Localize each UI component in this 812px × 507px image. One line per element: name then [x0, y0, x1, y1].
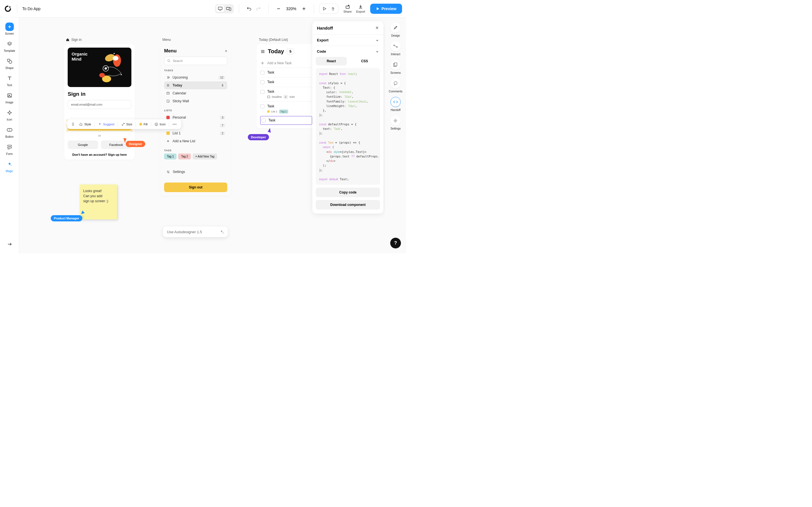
google-button[interactable]: Google [68, 140, 98, 149]
tool-magic[interactable]: Magic [1, 159, 18, 174]
signup-link[interactable]: Don't have an account? Sign up here [68, 153, 132, 156]
more-button[interactable] [171, 122, 178, 126]
task-row[interactable]: Task Deadline 2 Subt [260, 87, 312, 102]
hand-tool-button[interactable] [329, 5, 337, 12]
artboard-label-menu[interactable]: Menu [162, 38, 171, 42]
artboard-signin[interactable]: Organic Mind Sign in email.email@mail.co… [64, 44, 135, 160]
export-section[interactable]: Export [312, 35, 384, 46]
color-swatch [166, 131, 170, 135]
artboard-label-today[interactable]: Today (Default List) [259, 38, 288, 42]
desktop-device-button[interactable] [216, 5, 224, 12]
preview-button[interactable]: Preview [370, 4, 402, 14]
tool-screen[interactable]: Screen [1, 21, 18, 36]
download-component-button[interactable]: Download component [316, 200, 380, 210]
menu-item-sticky-wall[interactable]: Sticky Wall [164, 97, 227, 105]
today-title: Today [268, 48, 284, 55]
tool-image[interactable]: Image [1, 90, 18, 105]
task-row[interactable]: Task List 1 Tag 1 [260, 102, 312, 116]
checkbox[interactable] [260, 105, 264, 108]
svg-point-21 [9, 129, 10, 130]
svg-point-39 [72, 125, 73, 126]
tag-chip[interactable]: Tag 2 [178, 154, 191, 159]
size-button[interactable]: Size [120, 121, 134, 127]
zoom-in-button[interactable] [299, 4, 309, 13]
checkbox[interactable] [260, 80, 264, 84]
expand-sidebar-button[interactable] [5, 239, 14, 249]
code-preview[interactable]: import React from 'react'; const styles … [316, 68, 380, 185]
suggest-button[interactable]: Suggest [96, 121, 116, 127]
task-row[interactable]: Task [260, 77, 312, 87]
settings-button[interactable]: Settings [164, 168, 227, 176]
project-name[interactable]: To Do App [22, 6, 41, 11]
app-logo[interactable] [4, 5, 12, 13]
close-icon[interactable]: × [225, 49, 227, 53]
icon-button[interactable]: Icon [153, 121, 167, 127]
email-field[interactable]: email.email@mail.com [68, 100, 132, 109]
tab-css[interactable]: CSS [349, 57, 380, 65]
gear-icon [391, 115, 401, 126]
svg-point-68 [394, 45, 395, 46]
checkbox[interactable] [260, 71, 264, 75]
svg-point-33 [121, 74, 122, 75]
add-tag-button[interactable]: + Add New Tag [193, 154, 217, 159]
undo-button[interactable] [244, 4, 254, 13]
close-button[interactable]: ✕ [375, 25, 379, 31]
add-list-button[interactable]: Add a New List [164, 137, 227, 145]
drag-handle-icon[interactable] [70, 121, 76, 127]
play-mode-toggle [319, 4, 338, 14]
svg-point-41 [155, 123, 158, 126]
rail-interact[interactable]: Interact [391, 41, 401, 56]
svg-point-36 [73, 123, 74, 123]
left-toolbar: Screen Template Shape Text Image Icon Bu… [0, 17, 19, 253]
rail-comments[interactable]: Comments [389, 78, 402, 93]
task-row[interactable]: Task [260, 116, 312, 124]
tab-react[interactable]: React [316, 57, 347, 65]
svg-point-34 [114, 53, 115, 54]
menu-item-upcoming[interactable]: Upcoming12 [164, 73, 227, 81]
tool-text[interactable]: Text [1, 73, 18, 88]
rail-screens[interactable]: Screens [391, 60, 401, 74]
task-row[interactable]: Task [260, 68, 312, 77]
menu-item-today[interactable]: Today5 [164, 81, 227, 89]
style-button[interactable]: Style [77, 121, 93, 127]
sticky-note[interactable]: Looks great! Can you add sign up screen … [80, 184, 117, 219]
search-input[interactable]: Search [164, 57, 227, 65]
tool-shape[interactable]: Shape [1, 56, 18, 71]
menu-item-calendar[interactable]: Calendar [164, 89, 227, 97]
tool-form[interactable]: Form [1, 142, 18, 157]
help-button[interactable]: ? [390, 238, 401, 248]
svg-point-42 [156, 124, 156, 124]
checkbox[interactable] [262, 119, 266, 122]
zoom-out-button[interactable] [274, 4, 283, 13]
tool-icon[interactable]: Icon [1, 107, 18, 122]
fill-button[interactable]: Fill [138, 121, 149, 127]
share-button[interactable]: Share [343, 4, 352, 13]
calendar-icon [166, 92, 170, 95]
add-task-button[interactable]: Add a New Task [260, 59, 312, 68]
list-item-list1[interactable]: List 12 [164, 129, 227, 137]
svg-point-38 [73, 124, 74, 124]
sparkle-icon [5, 108, 14, 117]
play-button[interactable] [320, 5, 328, 12]
artboard-today[interactable]: Today 5 Add a New Task Task Task Task De… [257, 44, 316, 128]
code-section[interactable]: Code [312, 46, 384, 57]
rail-settings[interactable]: Settings [391, 115, 401, 130]
redo-button[interactable] [254, 4, 263, 13]
artboard-label-signin[interactable]: Sign in [66, 38, 82, 42]
hamburger-icon[interactable] [260, 50, 265, 54]
rail-handoff[interactable]: Handoff [391, 97, 401, 112]
rail-design[interactable]: Design [391, 22, 401, 37]
signout-button[interactable]: Sign out [164, 182, 227, 192]
lists-section-label: LISTS [164, 109, 227, 112]
autodesigner-input[interactable]: Use Autodesigner 1.5 [163, 226, 228, 237]
tag-chip[interactable]: Tag 1 [164, 154, 176, 159]
zoom-value[interactable]: 320% [286, 6, 296, 11]
tool-template[interactable]: Template [1, 39, 18, 54]
cursor-designer: Designer [126, 141, 145, 147]
export-button[interactable]: Export [356, 4, 365, 13]
copy-code-button[interactable]: Copy code [316, 187, 380, 197]
link-icon [391, 41, 401, 51]
multi-device-button[interactable] [225, 5, 233, 12]
tool-button[interactable]: Button [1, 124, 18, 139]
checkbox[interactable] [260, 90, 264, 94]
